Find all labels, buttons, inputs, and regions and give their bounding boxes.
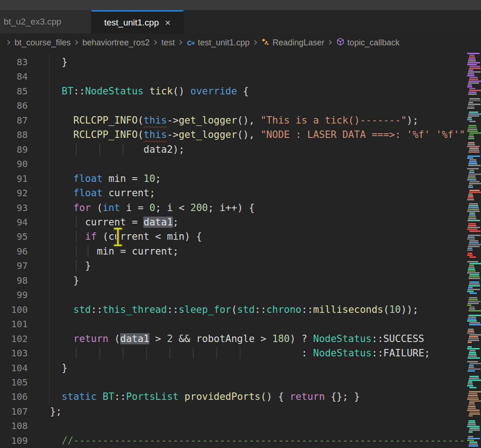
code-line-109[interactable]: 109 //----------------------------------… <box>0 434 466 448</box>
code-line-102[interactable]: 102 return (data1 > 2 && robotAngle > 18… <box>0 332 466 346</box>
code-line-83[interactable]: 83 } <box>0 55 466 69</box>
minimap-code-row <box>469 315 481 316</box>
word-highlight: data1 <box>143 217 173 228</box>
code-line-85[interactable]: 85 BT::NodeStatus tick() override { <box>0 84 466 99</box>
minimap-code-row <box>468 209 479 210</box>
code-line-106[interactable]: 106 static BT::PortsList providedPorts()… <box>0 390 466 404</box>
minimap-code-row <box>469 393 477 394</box>
minimap-code-row <box>469 56 475 58</box>
code-line-88[interactable]: 88 RCLCPP_INFO(this->get_logger(), "NODE… <box>0 128 466 142</box>
breadcrumb-label: bt_course_files <box>15 38 71 48</box>
minimap-code-row <box>468 220 480 221</box>
code-text: std::this_thread::sleep_for(std::chrono:… <box>50 303 419 317</box>
breadcrumb-label: behaviortree_ros2 <box>82 38 149 48</box>
minimap-code-row <box>469 443 478 445</box>
tab-test_unit1.cpp[interactable]: test_unit1.cpp× <box>92 10 184 33</box>
minimap-code-row <box>467 64 477 65</box>
minimap-code-row <box>469 263 481 264</box>
breadcrumb-item-ReadingLaser[interactable]: ReadingLaser <box>261 37 324 48</box>
code-line-97[interactable]: 97 │ } <box>0 259 466 273</box>
code-text: }; <box>50 404 62 419</box>
line-number: 88 <box>0 128 28 142</box>
code-line-84[interactable]: 84 <box>0 69 466 84</box>
minimap-code-row <box>469 274 479 275</box>
code-line-105[interactable]: 105 <box>0 375 466 390</box>
minimap-code-row <box>468 368 481 370</box>
indent-guide: │ <box>85 246 91 257</box>
minimap-code-row <box>468 225 476 226</box>
code-line-101[interactable]: 101 <box>0 317 466 331</box>
line-number: 109 <box>0 434 28 448</box>
code-line-107[interactable]: 107}; <box>0 404 466 419</box>
minimap-code-row <box>468 253 472 254</box>
minimap-code-row <box>469 429 480 431</box>
code-line-104[interactable]: 104 } <box>0 361 466 375</box>
minimap-code-row <box>469 292 477 294</box>
breadcrumb-separator-icon: › <box>6 37 11 48</box>
code-line-100[interactable]: 100 std::this_thread::sleep_for(std::chr… <box>0 303 466 317</box>
breadcrumb-item-test_unit1.cpp[interactable]: C+test_unit1.cpp <box>187 38 250 48</box>
minimap-code-row <box>469 100 481 101</box>
code-editor[interactable]: 83 }8485 BT::NodeStatus tick() override … <box>0 52 466 448</box>
indent-guide: │ <box>74 260 80 271</box>
code-line-93[interactable]: 93 for (int i = 0; i < 200; i++) { <box>0 201 466 215</box>
tab-bt_u2_ex3.cpp[interactable]: bt_u2_ex3.cpp <box>0 10 92 33</box>
minimap-code-row <box>469 281 479 283</box>
minimap-code-row <box>469 203 478 205</box>
code-line-95[interactable]: 95 │ if (current < min) { <box>0 230 466 244</box>
code-line-90[interactable]: 90 <box>0 157 466 171</box>
code-line-99[interactable]: 99 <box>0 288 466 302</box>
minimap-code-row <box>468 395 478 396</box>
minimap-code-row <box>468 62 480 63</box>
breadcrumb-separator-icon: › <box>74 37 79 48</box>
minimap-code-row <box>469 310 481 311</box>
minimap-code-row <box>468 127 477 128</box>
minimap-code-row <box>469 380 481 381</box>
code-line-91[interactable]: 91 float min = 10; <box>0 172 466 186</box>
minimap[interactable] <box>466 52 481 448</box>
code-line-98[interactable]: 98 } <box>0 274 466 288</box>
minimap-code-row <box>469 244 481 245</box>
error-squiggle-token: this <box>143 115 167 126</box>
breadcrumb-item-topic_callback[interactable]: topic_callback <box>336 37 400 48</box>
minimap-code-row <box>469 324 481 325</box>
minimap-code-row <box>468 197 474 199</box>
minimap-code-row <box>469 278 480 279</box>
code-line-94[interactable]: 94 │ current = data1; <box>0 215 466 230</box>
indent-guide: │ <box>74 348 80 359</box>
code-line-89[interactable]: 89 │ │ │ data2); <box>0 143 466 157</box>
code-line-108[interactable]: 108 <box>0 419 466 433</box>
code-text: BT::NodeStatus tick() override { <box>50 84 249 99</box>
minimap-code-row <box>469 174 481 175</box>
line-number: 96 <box>0 244 28 259</box>
minimap-code-row <box>468 60 476 62</box>
minimap-code-row <box>468 318 476 320</box>
minimap-code-row <box>469 185 473 186</box>
code-text: return (data1 > 2 && robotAngle > 180) ?… <box>50 332 424 346</box>
minimap-code-row <box>469 400 481 402</box>
indent-guide: │ <box>214 348 220 359</box>
code-line-87[interactable]: 87 RCLCPP_INFO(this->get_logger(), "This… <box>0 113 466 128</box>
code-line-96[interactable]: 96 │ │ min = current; <box>0 244 466 259</box>
minimap-code-row <box>468 330 474 332</box>
code-line-103[interactable]: 103 │ │ │ │ │ │ │ │ : NodeStatus::FAILUR… <box>0 346 466 361</box>
breadcrumb-separator-icon: › <box>328 37 333 48</box>
close-tab-icon[interactable]: × <box>165 18 171 27</box>
minimap-code-row <box>469 334 481 336</box>
breadcrumb-item-behaviortree_ros2[interactable]: behaviortree_ros2 <box>82 38 149 48</box>
code-line-86[interactable]: 86 <box>0 99 466 113</box>
code-line-92[interactable]: 92 float current; <box>0 186 466 200</box>
line-number: 97 <box>0 259 28 273</box>
breadcrumb-item-test[interactable]: test <box>161 38 175 48</box>
minimap-code-row <box>469 376 479 377</box>
tab-label: bt_u2_ex3.cpp <box>4 17 62 27</box>
minimap-code-row <box>468 246 480 247</box>
line-number: 92 <box>0 186 28 200</box>
line-number: 86 <box>0 99 28 113</box>
minimap-code-row <box>467 426 480 427</box>
minimap-code-row <box>469 431 473 433</box>
minimap-code-row <box>469 256 476 258</box>
line-number: 85 <box>0 84 28 99</box>
breadcrumb-item-bt_course_files[interactable]: bt_course_files <box>15 38 71 48</box>
line-number: 106 <box>0 390 28 404</box>
